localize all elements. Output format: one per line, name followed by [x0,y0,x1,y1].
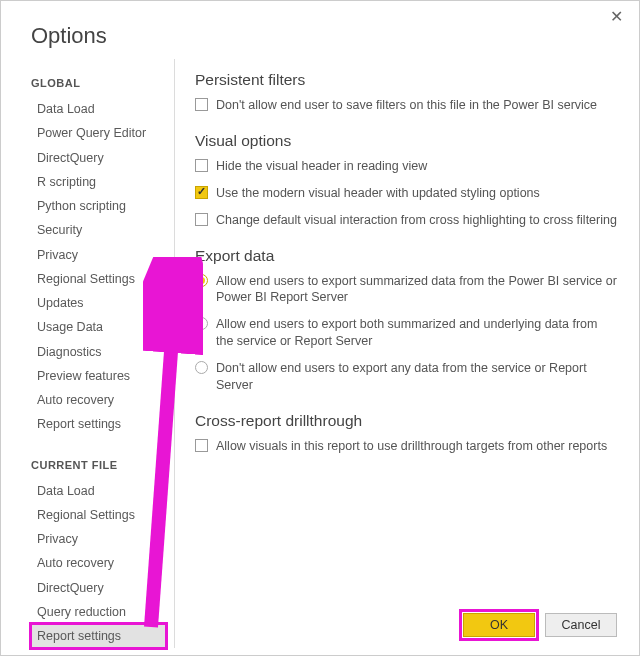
sidebar-item-preview-features[interactable]: Preview features [31,364,166,388]
content-pane: Persistent filters Don't allow end user … [175,59,639,648]
ok-button[interactable]: OK [463,613,535,637]
label-export-summarized: Allow end users to export summarized dat… [216,273,617,307]
checkbox-modern-visual-header[interactable] [195,186,208,199]
group-visual-options: Visual options [195,132,617,150]
sidebar-item-security[interactable]: Security [31,218,166,242]
sidebar-item-power-query-editor[interactable]: Power Query Editor [31,121,166,145]
sidebar-item-usage-data[interactable]: Usage Data [31,315,166,339]
sidebar-item-directquery[interactable]: DirectQuery [31,146,166,170]
checkbox-visual-interaction[interactable] [195,213,208,226]
sidebar-item-cf-regional-settings[interactable]: Regional Settings [31,503,166,527]
close-button[interactable]: ✕ [604,7,629,27]
checkbox-persistent-filters[interactable] [195,98,208,111]
sidebar-item-diagnostics[interactable]: Diagnostics [31,340,166,364]
label-hide-visual-header: Hide the visual header in reading view [216,158,427,175]
label-modern-visual-header: Use the modern visual header with update… [216,185,540,202]
sidebar-item-cf-directquery[interactable]: DirectQuery [31,576,166,600]
group-export-data: Export data [195,247,617,265]
label-visual-interaction: Change default visual interaction from c… [216,212,617,229]
dialog-title: Options [1,1,639,59]
sidebar: GLOBAL Data Load Power Query Editor Dire… [31,59,166,648]
checkbox-hide-visual-header[interactable] [195,159,208,172]
radio-export-summarized[interactable] [195,274,208,287]
cancel-button[interactable]: Cancel [545,613,617,637]
group-cross-report-drill: Cross-report drillthrough [195,412,617,430]
sidebar-item-cf-data-load[interactable]: Data Load [31,479,166,503]
sidebar-item-cf-privacy[interactable]: Privacy [31,527,166,551]
label-cross-report-drill: Allow visuals in this report to use dril… [216,438,607,455]
checkbox-cross-report-drill[interactable] [195,439,208,452]
sidebar-current-head: CURRENT FILE [31,459,166,471]
sidebar-item-python-scripting[interactable]: Python scripting [31,194,166,218]
sidebar-item-cf-report-settings[interactable]: Report settings [31,624,166,648]
group-persistent-filters: Persistent filters [195,71,617,89]
sidebar-item-cf-query-reduction[interactable]: Query reduction [31,600,166,624]
label-persistent-filters: Don't allow end user to save filters on … [216,97,597,114]
label-export-both: Allow end users to export both summarize… [216,316,617,350]
sidebar-item-cf-auto-recovery[interactable]: Auto recovery [31,551,166,575]
label-export-none: Don't allow end users to export any data… [216,360,617,394]
sidebar-item-privacy[interactable]: Privacy [31,243,166,267]
sidebar-global-head: GLOBAL [31,77,166,89]
radio-export-both[interactable] [195,317,208,330]
sidebar-item-r-scripting[interactable]: R scripting [31,170,166,194]
sidebar-item-auto-recovery[interactable]: Auto recovery [31,388,166,412]
radio-export-none[interactable] [195,361,208,374]
sidebar-item-report-settings-global[interactable]: Report settings [31,412,166,436]
sidebar-item-regional-settings[interactable]: Regional Settings [31,267,166,291]
sidebar-item-data-load[interactable]: Data Load [31,97,166,121]
sidebar-item-updates[interactable]: Updates [31,291,166,315]
